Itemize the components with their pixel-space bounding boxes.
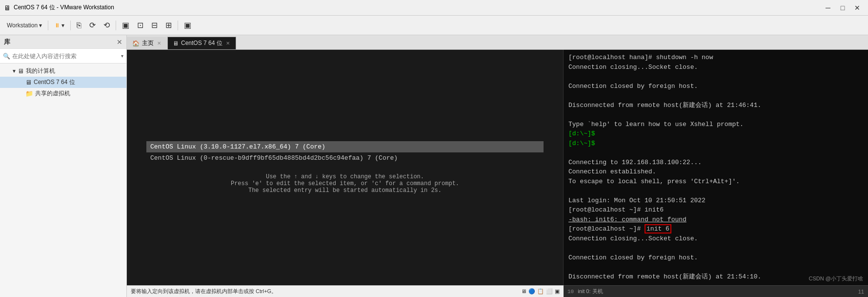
history-button[interactable]: ⟲ — [101, 19, 113, 31]
title-bar: 🖥 CentOS 7 64 位 - VMware Workstation ─ □… — [0, 0, 868, 16]
centos-tab-icon: 🖥 — [173, 40, 179, 47]
maximize-button[interactable]: □ — [836, 3, 849, 13]
status-icon-1[interactable]: 🖥 — [521, 288, 526, 295]
snapshot-button[interactable]: ⎘ — [74, 20, 84, 31]
term-line-2: Connection closing...Socket close. — [568, 63, 863, 72]
unity-icon: ⊡ — [137, 21, 143, 30]
grub-menu: CentOS Linux (3.10.0-1127.el7.x86_64) 7 … — [127, 50, 563, 285]
toolbar-sep-3 — [116, 21, 116, 30]
term-line-23 — [568, 262, 863, 272]
terminal-bottom-row: 10 init 0: 关机 11 — [564, 285, 868, 297]
bottom-label-2: 11 — [858, 289, 864, 295]
app-icon: 🖥 — [4, 4, 11, 12]
tree-item-centos[interactable]: 🖥 CentOS 7 64 位 — [0, 77, 126, 88]
vm-screen[interactable]: CentOS Linux (3.10.0-1127.el7.x86_64) 7 … — [127, 50, 564, 297]
library-close-button[interactable]: ✕ — [117, 38, 122, 46]
status-icon-2[interactable]: 🔵 — [528, 288, 535, 295]
pause-button[interactable]: ⏸ ▾ — [51, 21, 67, 30]
vm-status-message: 要将输入定向到该虚拟机，请在虚拟机内部单击或按 Ctrl+G。 — [131, 288, 277, 295]
tree-label-centos: CentOS 7 64 位 — [34, 78, 75, 86]
term-line-1: [root@localhost hana]# shutdown -h now — [568, 53, 863, 63]
status-icon-5[interactable]: ▣ — [555, 288, 560, 295]
home-tab-icon: 🏠 — [132, 40, 140, 47]
minimize-button[interactable]: ─ — [821, 3, 835, 13]
term-line-11 — [568, 148, 863, 158]
status-icon-4[interactable]: ⬜ — [546, 288, 553, 295]
grub-hint-line2: Press 'e' to edit the selected item, or … — [146, 180, 544, 187]
line-numbers: 10 — [567, 289, 574, 295]
tab-home[interactable]: 🏠 主页 ✕ — [127, 37, 167, 49]
term-line-21 — [568, 243, 863, 253]
bottom-label: init 0: 关机 — [578, 288, 603, 295]
fullscreen-button[interactable]: ▣ — [119, 19, 132, 31]
right-panel: 🏠 主页 ✕ 🖥 CentOS 7 64 位 ✕ CentOS Linux (3… — [127, 35, 868, 297]
term-line-4: Connection closed by foreign host. — [568, 82, 863, 91]
term-line-16: Last login: Mon Oct 10 21:50:51 2022 — [568, 196, 863, 206]
revert-button[interactable]: ⟳ — [86, 19, 99, 31]
vm-icon: 🖥 — [25, 79, 32, 86]
revert-icon: ⟳ — [89, 21, 96, 30]
library-tree: ▼ 🖥 我的计算机 🖥 CentOS 7 64 位 📁 共享的虚拟机 — [0, 64, 126, 297]
app-body: 库 ✕ 🔍 ▾ ▼ 🖥 我的计算机 🖥 CentOS 7 64 位 — [0, 35, 868, 297]
search-input[interactable] — [12, 53, 121, 60]
shrink-button[interactable]: ⊟ — [148, 19, 161, 31]
fullscreen-icon: ▣ — [122, 21, 129, 30]
term-line-5 — [568, 91, 863, 101]
term-line-9: [d:\~]$ — [568, 129, 863, 139]
tree-item-my-computer[interactable]: ▼ 🖥 我的计算机 — [0, 65, 126, 77]
term-line-12: Connecting to 192.168.138.100:22... — [568, 158, 863, 168]
computer-icon: 🖥 — [18, 67, 24, 75]
pause-icon: ⏸ — [54, 22, 60, 29]
pause-dropdown-icon: ▾ — [61, 22, 64, 29]
grub-entry-1: CentOS Linux (0-rescue-b9dff9bf65db4885b… — [146, 152, 544, 164]
term-line-3 — [568, 72, 863, 82]
grub-hint-line3: The selected entry will be started autom… — [146, 187, 544, 194]
highlighted-command: init 6 — [645, 224, 671, 233]
main-toolbar: Workstation ▾ ⏸ ▾ ⎘ ⟳ ⟲ ▣ ⊡ ⊟ ⊞ ▣ — [0, 16, 868, 35]
centos-tab-close[interactable]: ✕ — [225, 41, 231, 46]
centos-tab-label: CentOS 7 64 位 — [181, 39, 222, 47]
tree-label-my-computer: 我的计算机 — [26, 67, 55, 75]
grub-hint-line1: Use the ↑ and ↓ keys to change the selec… — [146, 173, 544, 180]
tree-item-shared[interactable]: 📁 共享的虚拟机 — [0, 88, 126, 99]
tab-centos[interactable]: 🖥 CentOS 7 64 位 ✕ — [167, 37, 236, 49]
toolbar-sep-4 — [178, 21, 178, 30]
line-num-10: 10 — [567, 289, 574, 295]
expand-icon: ▼ — [12, 68, 18, 74]
term-line-22: Connection closed by foreign host. — [568, 253, 863, 263]
close-button[interactable]: ✕ — [850, 3, 864, 13]
toolbar-sep-2 — [70, 21, 71, 30]
shared-icon: 📁 — [25, 90, 33, 97]
term-line-17: [root@localhost ~]# init6 — [568, 205, 863, 215]
vm-status-bar: 要将输入定向到该虚拟机，请在虚拟机内部单击或按 Ctrl+G。 🖥 🔵 📋 ⬜ … — [127, 285, 564, 297]
grub-hint-1: Use the ↑ and ↓ keys to change the selec… — [146, 173, 544, 194]
library-title: 库 — [4, 38, 117, 46]
status-icon-3[interactable]: 📋 — [537, 288, 544, 295]
vm-status-icons: 🖥 🔵 📋 ⬜ ▣ — [521, 288, 560, 295]
console-button[interactable]: ▣ — [181, 19, 194, 31]
search-icon: 🔍 — [3, 53, 10, 60]
term-line-18: -bash: init6: command not found — [568, 215, 863, 225]
workstation-label: Workstation — [7, 22, 38, 29]
library-header: 库 ✕ — [0, 35, 126, 49]
console-icon: ▣ — [184, 21, 191, 30]
workstation-menu[interactable]: Workstation ▾ — [4, 21, 45, 30]
snapshot-icon: ⎘ — [77, 21, 81, 30]
terminal-panel: [root@localhost hana]# shutdown -h now C… — [564, 50, 868, 297]
term-line-7 — [568, 110, 863, 120]
term-line-14: To escape to local shell, press 'Ctrl+Al… — [568, 177, 863, 187]
vm-tabs: 🏠 主页 ✕ 🖥 CentOS 7 64 位 ✕ — [127, 35, 868, 50]
stretch-button[interactable]: ⊞ — [162, 19, 175, 31]
terminal-output[interactable]: [root@localhost hana]# shutdown -h now C… — [564, 50, 868, 285]
home-tab-close[interactable]: ✕ — [156, 41, 162, 46]
term-line-15 — [568, 186, 863, 196]
window-title: CentOS 7 64 位 - VMware Workstation — [14, 3, 821, 12]
term-line-8: Type `help' to learn how to use Xshell p… — [568, 120, 863, 129]
toolbar-sep-1 — [48, 21, 48, 30]
home-tab-label: 主页 — [142, 39, 154, 47]
search-dropdown-icon[interactable]: ▾ — [121, 53, 123, 59]
unity-button[interactable]: ⊡ — [134, 19, 146, 31]
term-line-6: Disconnected from remote host(新建会话) at 2… — [568, 101, 863, 110]
history-icon: ⟲ — [103, 21, 110, 30]
term-line-19: [root@localhost ~]# init 6 — [568, 224, 863, 234]
